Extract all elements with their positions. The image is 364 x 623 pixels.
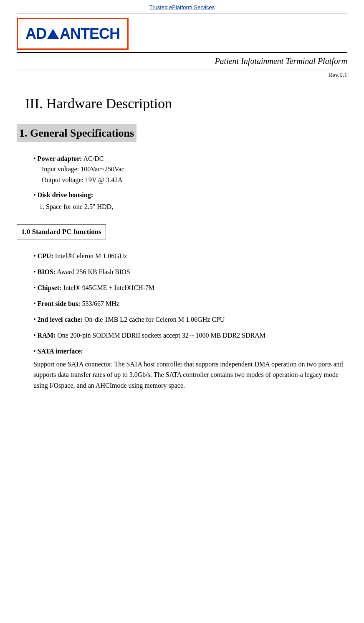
- page-container: Trusted ePlatform Services ADANTECH Pati…: [0, 0, 364, 413]
- bullet-dot-bios: •: [33, 268, 38, 275]
- bios-entry: • BIOS: Award 256 KB Flash BIOS: [33, 267, 347, 277]
- fsb-label: Front side bus:: [38, 300, 81, 307]
- cpu-value: Intel®Celeron M 1.06GHz: [55, 252, 127, 259]
- logo-triangle-icon: [47, 29, 59, 39]
- bullet-dot-fsb: •: [33, 300, 38, 307]
- disk-housing-list: Space for one 2.5" HDD,: [46, 202, 347, 212]
- header-rev: Rev.0.1: [17, 69, 347, 83]
- cpu-entry: • CPU: Intel®Celeron M 1.06GHz: [33, 251, 347, 261]
- sata-value: Support one SATA connector. The SATA hos…: [33, 359, 347, 391]
- bios-label: BIOS:: [38, 268, 56, 275]
- disk-label: Disk drive housing:: [38, 191, 93, 198]
- section3-title: III. Hardware Description: [17, 93, 347, 114]
- disk-drive-item: • Disk drive housing: Space for one 2.5"…: [33, 190, 347, 212]
- chipset-entry: • Chipset: Intel® 945GME + Intel®ICH-7M: [33, 283, 347, 293]
- bullet-dot: •: [33, 155, 38, 162]
- fsb-entry: • Front side bus: 533/667 MHz: [33, 299, 347, 309]
- sata-label: SATA interface:: [38, 348, 83, 355]
- power-label: Power adaptor:: [38, 155, 82, 162]
- logo-van: ANTECH: [60, 25, 120, 42]
- bullet-dot2: •: [33, 191, 38, 198]
- logo-box: ADANTECH: [17, 18, 129, 50]
- bullet-dot-chipset: •: [33, 284, 38, 291]
- disk-item-1: Space for one 2.5" HDD,: [46, 202, 347, 212]
- power-input: Input voltage: 100Vac~250Vac: [42, 164, 347, 175]
- chipset-value: Intel® 945GME + Intel®ICH-7M: [63, 284, 154, 291]
- power-adaptor-item: • Power adaptor: AC/DC Input voltage: 10…: [33, 154, 347, 185]
- bullet-dot-sata: •: [33, 348, 38, 355]
- ram-label: RAM:: [38, 332, 56, 339]
- cache-value: On-die 1MB L2 cache for Celeron M 1.06GH…: [84, 316, 225, 323]
- logo-ad: AD: [25, 25, 46, 42]
- standard-pc-heading: 1.0 Standard PC functions: [17, 224, 106, 239]
- power-output: Output voltage: 19V @ 3.42A: [42, 175, 347, 186]
- ram-value: One 200-pin SODIMM DDRII sockets accept …: [57, 332, 265, 339]
- header-trusted-text: Trusted ePlatform Services: [17, 0, 347, 14]
- logo-text: ADANTECH: [25, 23, 120, 45]
- ram-entry: • RAM: One 200-pin SODIMM DDRII sockets …: [33, 331, 347, 341]
- cache-label: 2nd level cache:: [38, 316, 83, 323]
- bullet-dot-cpu: •: [33, 252, 38, 259]
- general-specs-heading: 1. General Specifications: [17, 124, 136, 142]
- sata-entry: • SATA interface: Support one SATA conne…: [33, 346, 347, 391]
- bullet-dot-ram: •: [33, 332, 38, 339]
- bullet-dot-cache: •: [33, 316, 38, 323]
- power-value: AC/DC: [82, 155, 104, 162]
- cpu-label: CPU:: [38, 252, 53, 259]
- header-logo-row: ADANTECH: [17, 14, 347, 51]
- bios-value: Award 256 KB Flash BIOS: [57, 268, 130, 275]
- header-subtitle: Patient Infotainment Terminal Platform: [17, 52, 347, 69]
- chipset-label: Chipset:: [38, 284, 62, 291]
- cache-entry: • 2nd level cache: On-die 1MB L2 cache f…: [33, 315, 347, 325]
- fsb-value: 533/667 MHz: [82, 300, 119, 307]
- spec-entries: • CPU: Intel®Celeron M 1.06GHz • BIOS: A…: [33, 251, 347, 391]
- power-adaptor-section: • Power adaptor: AC/DC Input voltage: 10…: [33, 154, 347, 212]
